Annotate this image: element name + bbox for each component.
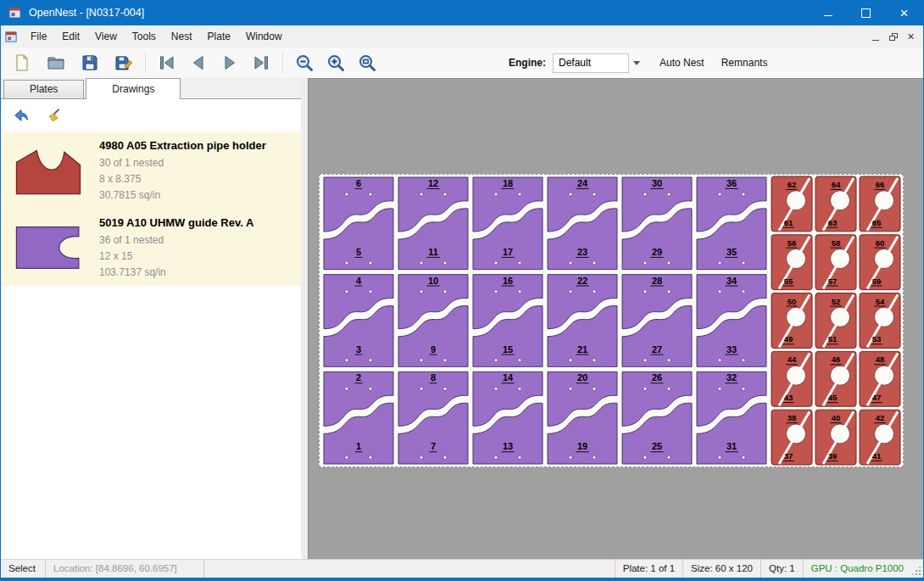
close-button[interactable]: × xyxy=(885,0,923,25)
panel-splitter[interactable] xyxy=(301,78,308,560)
nested-part-pair[interactable]: 21 xyxy=(324,372,393,464)
nested-part-pair[interactable]: 43 xyxy=(324,275,393,367)
toolbar-separator xyxy=(145,53,146,73)
drawing-area: 30.7815 sq/in xyxy=(99,187,266,204)
tab-drawings[interactable]: Drawings xyxy=(86,78,181,99)
svg-text:39: 39 xyxy=(828,451,838,461)
mdi-close-button[interactable]: × xyxy=(902,29,920,44)
svg-text:40: 40 xyxy=(832,413,841,422)
document-icon[interactable] xyxy=(5,31,18,43)
nested-part-pair[interactable]: 2827 xyxy=(622,275,692,367)
svg-text:25: 25 xyxy=(652,441,662,451)
mdi-minimize-button[interactable] xyxy=(866,29,884,44)
svg-text:10: 10 xyxy=(428,276,438,286)
return-part-button[interactable] xyxy=(8,103,35,127)
menu-nest[interactable]: Nest xyxy=(164,25,200,47)
plate[interactable]: 6512111817242330293635431091615222128273… xyxy=(319,174,904,467)
zoom-out-button[interactable] xyxy=(290,50,319,75)
nested-part-pair[interactable]: 87 xyxy=(398,372,468,464)
nested-part-pair[interactable]: 65 xyxy=(324,177,393,270)
nested-part-pair[interactable]: 4443 xyxy=(771,351,812,406)
save-button[interactable] xyxy=(75,50,104,75)
nested-part-pair[interactable]: 3231 xyxy=(697,372,766,464)
nav-prev-button[interactable] xyxy=(184,50,213,75)
svg-text:26: 26 xyxy=(652,372,662,383)
svg-text:58: 58 xyxy=(832,238,841,248)
nested-part-pair[interactable]: 6059 xyxy=(860,235,900,290)
nested-part-pair[interactable]: 2423 xyxy=(548,177,617,270)
maximize-button[interactable] xyxy=(847,0,885,25)
menu-plate[interactable]: Plate xyxy=(200,25,238,47)
nested-part-pair[interactable]: 1413 xyxy=(473,372,543,464)
nested-part-pair[interactable]: 3635 xyxy=(697,177,766,270)
nested-part-pair[interactable]: 2019 xyxy=(548,372,617,464)
menu-window[interactable]: Window xyxy=(238,25,290,47)
status-qty: Qty: 1 xyxy=(760,560,803,578)
purple-part-shape xyxy=(16,226,78,268)
nested-part-pair[interactable]: 109 xyxy=(398,275,468,367)
broom-icon xyxy=(47,107,64,124)
resize-grip[interactable] xyxy=(911,560,923,578)
svg-text:23: 23 xyxy=(577,247,587,257)
svg-text:33: 33 xyxy=(726,344,737,355)
remnants-button[interactable]: Remnants xyxy=(713,50,776,75)
menu-tools[interactable]: Tools xyxy=(125,25,164,47)
nested-part-pair[interactable]: 4039 xyxy=(815,410,856,465)
svg-text:20: 20 xyxy=(577,372,587,383)
nested-part-pair[interactable]: 4645 xyxy=(815,351,856,406)
nested-part-pair[interactable]: 3433 xyxy=(697,275,766,367)
svg-text:54: 54 xyxy=(876,297,885,306)
tab-plates[interactable]: Plates xyxy=(3,80,84,98)
svg-text:17: 17 xyxy=(503,247,513,257)
menu-edit[interactable]: Edit xyxy=(54,25,87,47)
maximize-icon xyxy=(861,8,871,18)
nested-part-pair[interactable]: 6463 xyxy=(815,176,856,232)
nav-next-button[interactable] xyxy=(215,50,244,75)
clear-drawings-button[interactable] xyxy=(42,103,69,127)
menu-file[interactable]: File xyxy=(23,25,54,47)
menu-view[interactable]: View xyxy=(87,25,125,47)
nested-part-pair[interactable]: 6665 xyxy=(860,176,900,232)
drawings-panel: 4980 A05 Extraction pipe holder 30 of 1 … xyxy=(1,99,301,560)
minimize-button[interactable] xyxy=(809,0,847,25)
drawing-item-uhmw-guide[interactable]: 5019 A10 UHMW guide Rev. A 36 of 1 neste… xyxy=(1,209,301,286)
nested-part-pair[interactable]: 4847 xyxy=(860,351,900,406)
svg-text:35: 35 xyxy=(726,247,737,257)
nested-part-pair[interactable]: 1211 xyxy=(398,177,468,270)
nested-part-pair[interactable]: 2625 xyxy=(622,372,692,464)
open-button[interactable] xyxy=(42,50,70,75)
nested-part-pair[interactable]: 5655 xyxy=(771,235,812,290)
engine-label: Engine: xyxy=(509,57,546,69)
engine-select[interactable]: Default xyxy=(553,53,629,73)
nested-part-pair[interactable]: 5453 xyxy=(860,293,900,349)
nested-part-pair[interactable]: 6261 xyxy=(771,176,812,232)
zoom-out-icon xyxy=(294,53,314,73)
nav-first-button[interactable] xyxy=(153,50,181,75)
nested-part-pair[interactable]: 5049 xyxy=(771,293,812,349)
svg-text:63: 63 xyxy=(828,218,838,227)
nested-part-pair[interactable]: 3029 xyxy=(622,177,692,270)
save-as-button[interactable] xyxy=(109,50,138,75)
new-button[interactable] xyxy=(8,50,36,75)
title-bar: OpenNest - [N0317-004] × xyxy=(1,0,923,25)
new-file-icon xyxy=(12,53,32,73)
nested-part-pair[interactable]: 1817 xyxy=(473,177,543,270)
nested-part-pair[interactable]: 5857 xyxy=(815,235,856,290)
svg-text:41: 41 xyxy=(872,451,882,461)
nest-canvas[interactable]: 6512111817242330293635431091615222128273… xyxy=(308,78,923,560)
plate-svg: 6512111817242330293635431091615222128273… xyxy=(320,175,903,466)
previous-plate-icon xyxy=(188,53,209,73)
mdi-restore-button[interactable] xyxy=(884,29,902,44)
zoom-in-button[interactable] xyxy=(321,50,350,75)
drawing-item-extraction-pipe-holder[interactable]: 4980 A05 Extraction pipe holder 30 of 1 … xyxy=(1,131,301,209)
zoom-fit-button[interactable] xyxy=(353,50,381,75)
auto-nest-button[interactable]: Auto Nest xyxy=(651,50,713,75)
nested-part-pair[interactable]: 5251 xyxy=(815,293,856,349)
drawing-size: 12 x 15 xyxy=(99,249,253,265)
nav-last-button[interactable] xyxy=(247,50,276,75)
nested-part-pair[interactable]: 4241 xyxy=(860,410,900,465)
nested-part-pair[interactable]: 1615 xyxy=(473,275,543,367)
nested-part-pair[interactable]: 3837 xyxy=(771,410,812,465)
nested-part-pair[interactable]: 2221 xyxy=(548,275,617,367)
svg-text:55: 55 xyxy=(784,277,793,286)
